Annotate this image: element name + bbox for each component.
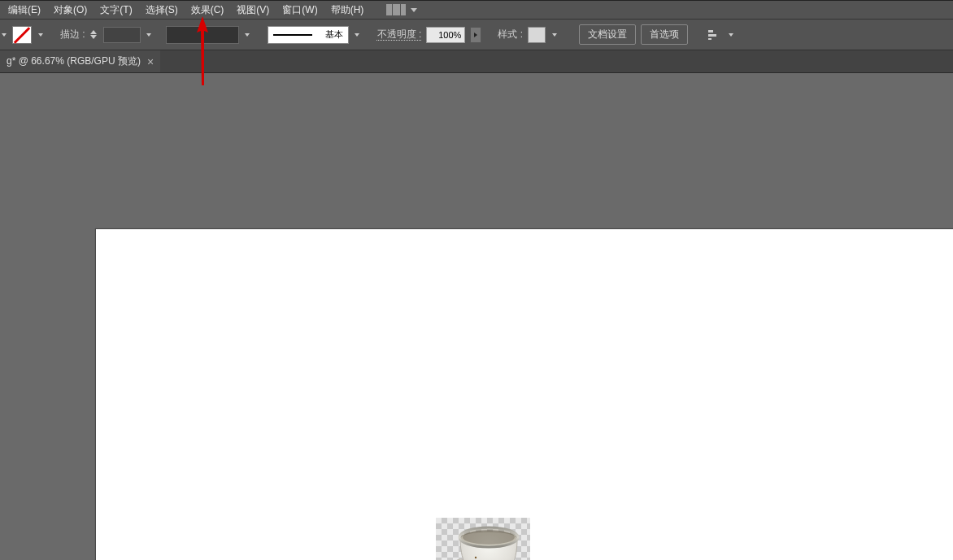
svg-rect-0 xyxy=(708,30,713,33)
stroke-color-dropdown[interactable] xyxy=(244,29,251,41)
stroke-color-swatch[interactable] xyxy=(166,26,239,44)
svg-point-5 xyxy=(463,530,515,545)
style-dropdown[interactable] xyxy=(550,29,558,41)
nofill-dropdown[interactable] xyxy=(37,29,44,41)
stroke-profile-dropdown[interactable] xyxy=(354,29,361,41)
opacity-input[interactable] xyxy=(426,27,465,43)
stroke-profile-select[interactable]: 基本 xyxy=(268,26,349,44)
menu-bar: 编辑(E) 对象(O) 文字(T) 选择(S) 效果(C) 视图(V) 窗口(W… xyxy=(0,0,953,20)
stroke-label: 描边 : xyxy=(60,28,85,41)
cup-image[interactable] xyxy=(436,514,533,560)
stroke-width-stepper[interactable] xyxy=(90,30,98,39)
opacity-slider-toggle[interactable] xyxy=(470,27,481,43)
document-tab[interactable]: g* @ 66.67% (RGB/GPU 预览) × xyxy=(0,50,160,72)
layout-icon xyxy=(386,4,406,15)
document-tabs: g* @ 66.67% (RGB/GPU 预览) × xyxy=(0,50,953,73)
menu-help[interactable]: 帮助(H) xyxy=(324,1,371,20)
stroke-width-input[interactable] xyxy=(103,27,141,43)
no-fill-swatch[interactable] xyxy=(12,26,32,44)
close-icon[interactable]: × xyxy=(147,55,154,68)
align-icon[interactable] xyxy=(706,27,722,43)
menu-view[interactable]: 视图(V) xyxy=(230,1,276,20)
stroke-width-dropdown[interactable] xyxy=(146,29,153,41)
chevron-down-icon xyxy=(411,8,417,12)
menu-edit[interactable]: 编辑(E) xyxy=(2,1,47,20)
workspace-switcher[interactable] xyxy=(386,4,417,15)
menu-type[interactable]: 文字(T) xyxy=(94,1,138,20)
menu-object[interactable]: 对象(O) xyxy=(47,1,94,20)
align-dropdown[interactable] xyxy=(727,29,734,41)
menu-effect[interactable]: 效果(C) xyxy=(185,1,231,20)
workspace-viewport[interactable] xyxy=(0,73,953,560)
svg-point-10 xyxy=(475,557,477,558)
artboard[interactable] xyxy=(96,229,953,560)
prefs-button[interactable]: 首选项 xyxy=(641,24,688,45)
style-label: 样式 : xyxy=(498,28,523,41)
style-swatch[interactable] xyxy=(528,27,546,43)
menu-window[interactable]: 窗口(W) xyxy=(276,1,324,20)
menu-select[interactable]: 选择(S) xyxy=(139,1,185,20)
fill-dropdown[interactable] xyxy=(0,29,7,41)
svg-rect-1 xyxy=(708,34,716,37)
svg-rect-2 xyxy=(708,38,711,40)
doc-setup-button[interactable]: 文档设置 xyxy=(579,24,636,45)
options-bar: 描边 : 基本 不透明度 : 样式 : 文档设置 首选项 xyxy=(0,20,953,50)
opacity-label[interactable]: 不透明度 : xyxy=(377,28,422,41)
tab-label: g* @ 66.67% (RGB/GPU 预览) xyxy=(7,54,141,68)
